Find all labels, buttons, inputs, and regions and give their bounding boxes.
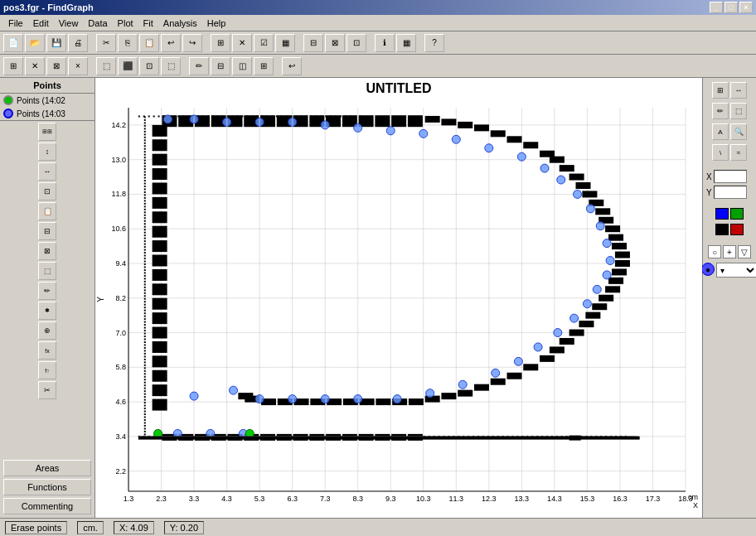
menu-help[interactable]: Help <box>202 17 231 30</box>
save-button[interactable]: 💾 <box>46 34 66 52</box>
tb-btn-4[interactable]: ▦ <box>275 34 295 52</box>
rt-btn-7[interactable]: \ <box>712 144 729 161</box>
menu-view[interactable]: View <box>54 17 84 30</box>
dot-symbol[interactable]: ● <box>701 263 715 276</box>
right-tool-row-4: \ ≈ <box>712 144 747 161</box>
lt-btn-10[interactable]: ✱ <box>38 302 56 320</box>
point-item-1[interactable]: Points (14:02 <box>0 94 94 107</box>
tb-btn-5[interactable]: ⊟ <box>303 34 323 52</box>
swatch-red[interactable] <box>730 224 744 235</box>
lt-btn-6[interactable]: ⊟ <box>38 222 56 240</box>
x-label: X <box>706 172 712 181</box>
points-tab-header[interactable]: Points <box>0 78 94 94</box>
functions-button[interactable]: Functions <box>3 479 91 495</box>
open-button[interactable]: 📂 <box>25 34 45 52</box>
status-erase-points: Erase points <box>5 521 67 534</box>
tb2-btn-11[interactable]: ◫ <box>232 57 252 75</box>
rt-btn-3[interactable]: ✏ <box>712 103 729 119</box>
y-input[interactable] <box>714 186 747 199</box>
paste-button[interactable]: 📋 <box>139 34 159 52</box>
lt-btn-14[interactable]: ✂ <box>38 381 56 399</box>
lt-btn-1[interactable]: ⊞⊞ <box>38 123 56 141</box>
arrow-symbol[interactable]: ▽ <box>738 245 751 258</box>
tb2-btn-2[interactable]: ✕ <box>25 57 45 75</box>
units-text: cm. <box>83 523 98 533</box>
tb2-btn-13[interactable]: ↩ <box>282 57 302 75</box>
swatch-blue[interactable] <box>715 208 729 220</box>
cut-button[interactable]: ✂ <box>96 34 116 52</box>
tb-btn-6[interactable]: ⊠ <box>325 34 345 52</box>
x-coord-text: X: 4.09 <box>119 523 148 533</box>
tb2-btn-5[interactable]: ⬚ <box>96 57 116 75</box>
tb2-btn-12[interactable]: ⊞ <box>254 57 274 75</box>
size-dropdown[interactable]: ▾ <box>716 263 756 278</box>
lt-btn-7[interactable]: ⊠ <box>38 242 56 260</box>
right-tool-row-3: A 🔍 <box>712 123 747 140</box>
y-coord-text: Y: 0.20 <box>170 523 198 533</box>
lt-btn-4[interactable]: ⊡ <box>38 182 56 200</box>
tb-btn-3[interactable]: ☑ <box>254 34 274 52</box>
tb2-btn-9[interactable]: ✏ <box>189 57 209 75</box>
rt-btn-8[interactable]: ≈ <box>730 144 747 161</box>
areas-button[interactable]: Areas <box>3 460 91 476</box>
maximize-button[interactable]: □ <box>724 2 738 13</box>
tb2-btn-8[interactable]: ⬚ <box>161 57 181 75</box>
rt-btn-4[interactable]: ⬚ <box>730 103 747 119</box>
menu-file[interactable]: File <box>3 17 28 30</box>
commenting-button[interactable]: Commenting <box>3 498 91 514</box>
lt-btn-12[interactable]: fx <box>38 341 56 360</box>
circle-symbol[interactable]: ○ <box>708 245 721 258</box>
lt-btn-9[interactable]: ✏ <box>38 282 56 300</box>
swatch-black[interactable] <box>715 224 729 235</box>
menu-analysis[interactable]: Analysis <box>158 17 202 30</box>
swatch-green[interactable] <box>730 208 744 220</box>
tb-btn-8[interactable]: ℹ <box>375 34 395 52</box>
menu-fit[interactable]: Fit <box>138 17 158 30</box>
right-tool-row-2: ✏ ⬚ <box>712 103 747 119</box>
plus-symbol[interactable]: + <box>723 245 736 258</box>
lt-btn-8[interactable]: ⬚ <box>38 262 56 280</box>
undo-button[interactable]: ↩ <box>161 34 181 52</box>
lt-btn-13[interactable]: f↑ <box>38 361 56 379</box>
point-item-2[interactable]: Points (14:03 <box>0 107 94 120</box>
lt-btn-3[interactable]: ↔ <box>38 162 56 181</box>
rt-btn-1[interactable]: ⊞ <box>712 82 729 99</box>
menu-data[interactable]: Data <box>83 17 112 30</box>
chart-canvas[interactable] <box>95 99 702 516</box>
lt-btn-11[interactable]: ⊕ <box>38 321 56 340</box>
tb-btn-10[interactable]: ? <box>424 34 444 52</box>
tb-btn-2[interactable]: ✕ <box>232 34 252 52</box>
tb2-btn-1[interactable]: ⊞ <box>3 57 23 75</box>
x-input[interactable] <box>714 170 747 183</box>
left-panel: Points Points (14:02 Points (14:03 ⊞⊞ ↕ … <box>0 78 95 518</box>
rt-btn-6[interactable]: 🔍 <box>730 123 747 140</box>
tb-btn-7[interactable]: ⊡ <box>346 34 366 52</box>
lt-btn-2[interactable]: ↕ <box>38 142 56 161</box>
tb2-btn-4[interactable]: × <box>68 57 88 75</box>
point-label-2: Points (14:03 <box>17 109 65 118</box>
tb2-btn-6[interactable]: ⬛ <box>118 57 138 75</box>
print-button[interactable]: 🖨 <box>68 34 88 52</box>
tb2-btn-10[interactable]: ⊟ <box>211 57 230 75</box>
point-color-1 <box>3 95 13 105</box>
redo-button[interactable]: ↪ <box>182 34 202 52</box>
copy-button[interactable]: ⎘ <box>118 34 138 52</box>
menu-edit[interactable]: Edit <box>28 17 54 30</box>
tb2-btn-3[interactable]: ⊠ <box>46 57 66 75</box>
x-coord-row: X <box>706 170 753 183</box>
menu-plot[interactable]: Plot <box>113 17 138 30</box>
rt-btn-2[interactable]: ↔ <box>730 82 747 99</box>
minimize-button[interactable]: _ <box>710 2 723 13</box>
y-label: Y <box>706 188 712 197</box>
new-button[interactable]: 📄 <box>3 34 23 52</box>
lt-btn-5[interactable]: 📋 <box>38 202 56 220</box>
tb2-btn-7[interactable]: ⊡ <box>139 57 159 75</box>
tb-btn-9[interactable]: ▦ <box>396 34 416 52</box>
right-tool-row-1: ⊞ ↔ <box>712 82 747 99</box>
close-button[interactable]: × <box>739 2 753 13</box>
tb-btn-1[interactable]: ⊞ <box>211 34 230 52</box>
right-panel: ⊞ ↔ ✏ ⬚ A 🔍 \ ≈ X Y <box>702 78 756 518</box>
rt-btn-5[interactable]: A <box>712 123 729 140</box>
dot-row: ● ▾ <box>701 263 756 278</box>
window-title: pos3.fgr - FindGraph <box>3 2 94 12</box>
